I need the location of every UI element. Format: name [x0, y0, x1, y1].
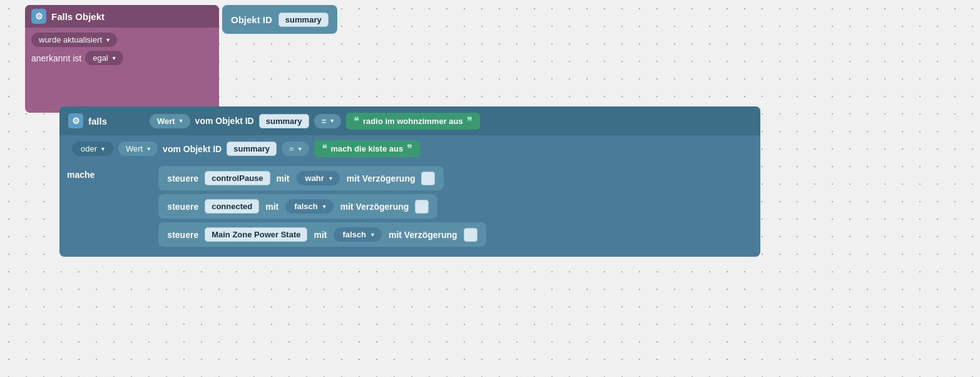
summary-pill-2[interactable]: summary: [227, 142, 277, 156]
falsch-arrow-2: ▼: [370, 232, 375, 238]
eq-pill-1[interactable]: = ▼: [314, 114, 342, 128]
trigger-body: wurde aktualisiert ▼ anerkannt ist egal …: [25, 28, 219, 70]
falsch-arrow-1: ▼: [322, 204, 327, 210]
falsch-pill-2[interactable]: falsch ▼: [333, 227, 382, 242]
mache-area: mache steuere controlPause mit wahr ▼ mi…: [59, 162, 760, 257]
dropdown-arrow-2: ▼: [111, 55, 117, 61]
oder-pill[interactable]: oder ▼: [72, 142, 113, 156]
falls-gear-icon: ⚙: [68, 113, 83, 128]
trigger-header: ⚙ Falls Objekt: [25, 5, 219, 28]
objekt-id-label: Objekt ID: [231, 14, 272, 25]
delay-box-1[interactable]: [415, 200, 429, 214]
gear-icon: ⚙: [31, 9, 46, 24]
mit-ver-label-2: mit Verzögerung: [389, 230, 457, 240]
falls-header: ⚙ falls Wert ▼ vom Objekt ID summary = ▼…: [59, 106, 760, 135]
control-pause-name[interactable]: controlPause: [205, 171, 270, 185]
summary-pill-1[interactable]: summary: [259, 114, 309, 128]
trigger-row-2: anerkannt ist egal ▼: [31, 51, 213, 65]
wahr-pill[interactable]: wahr ▼: [296, 170, 340, 186]
steuere-label-0: steuere: [167, 173, 198, 183]
connected-name[interactable]: connected: [205, 199, 259, 214]
mache-label: mache: [59, 166, 102, 182]
wurde-aktualisiert-dropdown[interactable]: wurde aktualisiert ▼: [31, 33, 117, 47]
objekt-id-value[interactable]: summary: [278, 13, 329, 27]
trigger-block: ⚙ Falls Objekt wurde aktualisiert ▼ aner…: [25, 5, 219, 113]
anerkannt-label: anerkannt ist: [31, 53, 81, 63]
delay-box-2[interactable]: [464, 228, 477, 242]
falls-block: ⚙ falls Wert ▼ vom Objekt ID summary = ▼…: [59, 106, 760, 257]
close-quote-2: ❞: [407, 143, 412, 155]
trigger-title: Falls Objekt: [51, 11, 105, 22]
open-quote-1: ❝: [354, 115, 359, 127]
steuere-rows: steuere controlPause mit wahr ▼ mit Verz…: [102, 166, 493, 250]
oder-arrow: ▼: [100, 146, 106, 152]
workspace: Objekt ID summary ⚙ Falls Objekt wurde a…: [0, 0, 980, 377]
steuere-row-2: steuere Main Zone Power State mit falsch…: [158, 222, 486, 247]
dropdown-arrow-1: ▼: [105, 37, 111, 43]
string-pill-1: ❝ radio im wohnzimmer aus ❞: [346, 113, 480, 130]
condition-row-1: Wert ▼ vom Objekt ID summary = ▼ ❝ radio…: [150, 113, 480, 130]
eq-pill-2[interactable]: = ▼: [282, 142, 309, 156]
wahr-arrow: ▼: [328, 175, 334, 182]
vom-objekt-id-label-1: vom Objekt ID: [195, 116, 254, 126]
vom-objekt-id-label-2: vom Objekt ID: [163, 144, 222, 154]
steuere-row-0: steuere controlPause mit wahr ▼ mit Verz…: [158, 166, 444, 190]
eq-arrow-2: ▼: [297, 146, 303, 152]
mit-label-0: mit: [277, 173, 290, 183]
mit-ver-label-1: mit Verzögerung: [340, 202, 409, 212]
steuere-label-2: steuere: [167, 230, 198, 240]
mit-ver-label-0: mit Verzögerung: [347, 173, 416, 183]
open-quote-2: ❝: [322, 143, 327, 155]
condition-area: oder ▼ Wert ▼ vom Objekt ID summary = ▼ …: [59, 135, 760, 162]
eq-arrow-1: ▼: [329, 118, 335, 124]
mit-label-1: mit: [265, 202, 278, 212]
wert-pill-1[interactable]: Wert ▼: [150, 114, 190, 128]
wert-arrow-1: ▼: [178, 118, 184, 124]
wert-arrow-2: ▼: [146, 146, 151, 152]
wert-pill-2[interactable]: Wert ▼: [118, 142, 158, 156]
egal-dropdown[interactable]: egal ▼: [85, 51, 123, 65]
steuere-row-1: steuere connected mit falsch ▼ mit Verzö…: [158, 194, 437, 219]
mit-label-2: mit: [314, 230, 327, 240]
falls-title: falls: [88, 116, 107, 127]
delay-box-0[interactable]: [421, 172, 435, 185]
close-quote-1: ❞: [467, 115, 472, 127]
condition-row-2: oder ▼ Wert ▼ vom Objekt ID summary = ▼ …: [97, 140, 753, 157]
main-zone-name[interactable]: Main Zone Power State: [205, 227, 307, 242]
steuere-label-1: steuere: [167, 202, 198, 212]
objekt-id-bar: Objekt ID summary: [222, 5, 337, 34]
falsch-pill-1[interactable]: falsch ▼: [285, 199, 334, 214]
string-pill-2: ❝ mach die kiste aus ❞: [314, 140, 421, 157]
trigger-row-1: wurde aktualisiert ▼: [31, 33, 213, 47]
